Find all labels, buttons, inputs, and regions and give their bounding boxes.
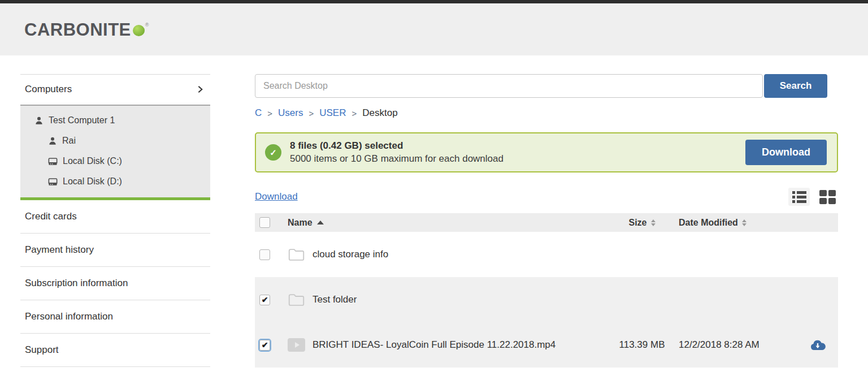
sort-toggle-icon [651,219,656,226]
sort-toggle-icon [742,219,747,226]
table-row[interactable]: ✔ cloud storage info [255,232,838,277]
download-link[interactable]: Download [255,191,298,202]
breadcrumb: C > Users > USER > Desktop [255,107,838,119]
logo-green-dot-icon [133,25,145,36]
menu-label: Personal information [25,311,113,322]
name-header-label: Name [288,218,313,228]
hard-disk-icon [47,156,58,167]
sort-ascending-icon [317,221,324,224]
video-file-icon [288,338,305,352]
file-table: ✔ Name Size Date Modified [255,213,838,368]
sidebar-item-computers[interactable]: Computers [20,74,210,105]
check-circle-icon: ✓ [265,144,281,161]
tree-item-local-disk-c[interactable]: Local Disk (C:) [20,151,210,171]
column-header-size[interactable]: Size [628,218,655,228]
grid-view-icon [819,190,836,204]
list-view-icon [792,191,806,203]
logo-text: CARBONITE [24,21,131,38]
column-header-name[interactable]: Name [288,218,605,228]
file-name: cloud storage info [313,249,388,260]
breadcrumb-separator: > [351,109,357,118]
sidebar-item-personal-information[interactable]: Personal information [20,300,210,334]
menu-label: Credit cards [25,211,77,222]
size-header-label: Size [628,218,646,228]
sidebar: Computers Test Computer 1 Rai [20,74,210,368]
file-size: 113.39 MB [619,339,665,351]
menu-label: Support [25,344,59,355]
download-button[interactable]: Download [745,140,827,165]
search-button[interactable]: Search [764,74,827,98]
search-input[interactable] [255,74,763,98]
main-panel: Search C > Users > USER > Desktop ✓ 8 fi… [255,74,838,368]
download-file-button[interactable] [810,339,826,351]
tree-item-label: Local Disk (C:) [63,156,122,166]
carbonite-logo: CARBONITE ® [24,21,149,38]
file-name: BRIGHT IDEAS- LoyalCoin Full Episode 11.… [313,339,555,351]
table-row[interactable]: ✔ Test folder [255,277,838,322]
hard-disk-icon [47,176,58,187]
chevron-right-icon [196,85,205,94]
selection-banner: ✓ 8 files (0.42 GB) selected 5000 items … [255,132,838,172]
app-header: CARBONITE ® [0,3,868,55]
list-view-toggle[interactable] [788,188,810,206]
sidebar-item-credit-cards[interactable]: Credit cards [20,200,210,234]
tree-item-label: Rai [62,136,76,146]
sidebar-item-support[interactable]: Support [20,334,210,367]
menu-label: Subscription information [25,278,128,288]
date-header-label: Date Modified [679,218,738,228]
breadcrumb-separator: > [309,109,314,118]
table-row[interactable]: ✔ BRIGHT IDEAS- LoyalCoin Full Episode 1… [255,322,838,368]
tree-item-test-computer-1[interactable]: Test Computer 1 [20,110,210,131]
selection-limit-note: 5000 items or 10 GB maximum for each dow… [290,153,504,165]
tree-item-label: Local Disk (D:) [63,176,122,187]
breadcrumb-link-c[interactable]: C [255,107,262,119]
folder-icon [288,248,305,262]
user-icon [47,136,58,146]
computer-tree-panel: Test Computer 1 Rai Local Disk (C:) [20,105,210,200]
sidebar-item-subscription-information[interactable]: Subscription information [20,267,210,300]
selection-summary: 8 files (0.42 GB) selected [290,140,504,152]
grid-view-toggle[interactable] [817,188,838,206]
row-checkbox[interactable]: ✔ [259,249,270,260]
user-icon [34,115,44,126]
column-header-date-modified[interactable]: Date Modified [679,218,797,228]
check-glyph: ✓ [270,148,277,158]
breadcrumb-separator: > [267,109,272,118]
file-name: Test folder [313,294,357,305]
computers-label: Computers [25,84,72,95]
row-checkbox[interactable]: ✔ [259,295,270,305]
registered-trademark: ® [145,22,149,28]
menu-label: Payment history [25,244,94,255]
sidebar-item-payment-history[interactable]: Payment history [20,234,210,267]
breadcrumb-link-users[interactable]: Users [278,107,303,119]
tree-item-label: Test Computer 1 [49,115,115,126]
check-glyph: ✔ [262,296,268,304]
folder-icon [288,293,305,307]
tree-item-local-disk-d[interactable]: Local Disk (D:) [20,171,210,192]
breadcrumb-current: Desktop [362,107,397,119]
file-date: 12/2/2018 8:28 AM [679,339,797,351]
table-header-row: ✔ Name Size Date Modified [255,213,838,232]
select-all-checkbox[interactable]: ✔ [259,217,270,228]
check-glyph: ✔ [262,341,268,349]
tree-item-rai[interactable]: Rai [20,131,210,151]
breadcrumb-link-user[interactable]: USER [319,107,346,119]
cloud-download-icon [810,339,826,351]
row-checkbox[interactable]: ✔ [259,340,270,351]
